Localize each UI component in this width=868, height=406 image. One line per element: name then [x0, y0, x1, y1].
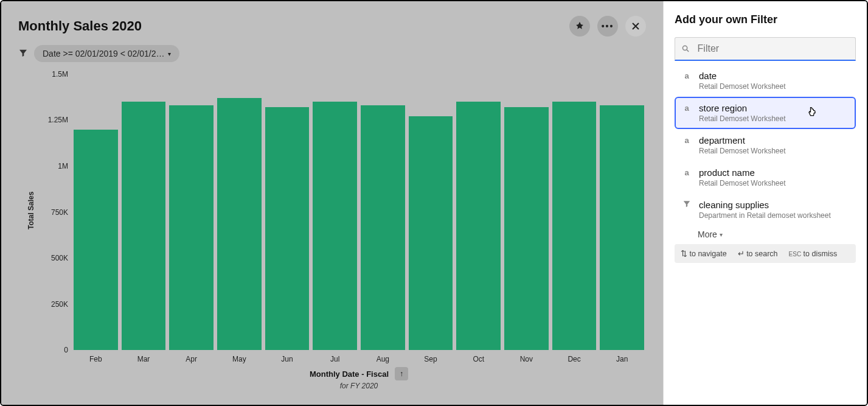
y-axis-label: Total Sales	[27, 191, 35, 229]
chevron-down-icon: ▾	[168, 51, 171, 57]
result-sub: Department in Retail demoset worksheet	[699, 211, 831, 220]
y-tick-label: 750K	[36, 208, 68, 217]
attribute-type-icon: a	[682, 135, 692, 146]
filter-result-item[interactable]: aproduct nameRetail Demoset Worksheet	[675, 161, 856, 194]
filter-search-box[interactable]	[675, 37, 856, 61]
arrows-icon: ⇅	[681, 250, 687, 258]
result-name: store region	[699, 103, 786, 113]
x-tick-label: Oct	[454, 355, 502, 363]
filter-result-item[interactable]: adepartmentRetail Demoset Worksheet	[675, 129, 856, 161]
attribute-type-icon: a	[682, 167, 692, 178]
x-tick-label: Jul	[311, 355, 359, 363]
result-sub: Retail Demoset Worksheet	[699, 147, 786, 155]
chart-bar[interactable]	[217, 98, 262, 350]
x-tick-label: Dec	[550, 355, 599, 363]
hint-dismiss: to dismiss	[804, 250, 838, 258]
close-icon	[632, 23, 639, 30]
x-tick-label: Feb	[72, 355, 120, 363]
chart-bar[interactable]	[456, 102, 501, 350]
x-axis-label: Monthly Date - Fiscal	[310, 369, 389, 379]
x-tick-label: Nov	[502, 355, 550, 363]
y-tick-label: 1.25M	[36, 116, 68, 124]
x-tick-label: Sep	[407, 355, 455, 363]
chart-bar[interactable]	[313, 102, 357, 350]
filter-icon	[18, 48, 28, 60]
y-tick-label: 0	[36, 346, 68, 354]
chart-bar[interactable]	[361, 105, 405, 350]
close-button[interactable]	[625, 16, 646, 37]
filter-result-item[interactable]: adateRetail Demoset Worksheet	[675, 65, 856, 97]
svg-line-1	[687, 50, 689, 52]
esc-key: ESC	[789, 251, 802, 257]
result-name: department	[699, 135, 786, 145]
chart-title: Monthly Sales 2020	[18, 18, 142, 34]
chart-bar[interactable]	[600, 105, 644, 350]
keyboard-hints: ⇅ to navigate ↵ to search ESC to dismiss	[675, 244, 856, 263]
chart-bar[interactable]	[504, 107, 549, 350]
active-filter-pill[interactable]: Date >= 02/01/2019 < 02/01/2… ▾	[34, 45, 179, 62]
cursor-pointer-icon	[806, 105, 818, 121]
x-tick-label: Aug	[359, 355, 407, 363]
filter-results: adateRetail Demoset Worksheetastore regi…	[675, 65, 856, 226]
x-axis-sublabel: for FY 2020	[72, 382, 646, 390]
filter-side-panel: Add your own Filter adateRetail Demoset …	[663, 1, 867, 405]
y-tick-label: 250K	[36, 300, 68, 309]
more-button[interactable]: •••	[597, 16, 618, 37]
y-tick-label: 500K	[36, 254, 68, 262]
result-sub: Retail Demoset Worksheet	[699, 114, 786, 123]
attribute-type-icon: a	[682, 103, 692, 114]
result-name: date	[699, 71, 786, 81]
sort-button[interactable]: ↑	[395, 367, 408, 380]
search-icon	[681, 44, 690, 54]
pin-button[interactable]	[569, 16, 590, 37]
result-sub: Retail Demoset Worksheet	[699, 179, 786, 187]
x-tick-label: Jun	[263, 355, 311, 363]
chevron-down-icon: ▾	[720, 231, 723, 238]
chart-bar[interactable]	[552, 102, 597, 350]
result-sub: Retail Demoset Worksheet	[699, 82, 786, 91]
side-panel-title: Add your own Filter	[675, 13, 856, 26]
filter-search-input[interactable]	[696, 43, 849, 55]
pin-icon	[575, 22, 584, 30]
attribute-type-icon: a	[682, 71, 692, 82]
y-tick-label: 1.5M	[36, 70, 68, 79]
more-results-link[interactable]: More ▾	[675, 226, 856, 239]
y-tick-label: 1M	[36, 162, 68, 170]
result-name: product name	[699, 167, 786, 178]
hint-search: to search	[746, 250, 777, 258]
x-tick-label: May	[215, 355, 263, 363]
filter-result-item[interactable]: cleaning suppliesDepartment in Retail de…	[675, 194, 856, 226]
svg-point-0	[682, 46, 687, 50]
more-icon: •••	[602, 21, 614, 31]
chart-plot: 1.5M1.25M1M750K500K250K0	[72, 74, 646, 350]
x-tick-label: Apr	[167, 355, 215, 363]
x-tick-label: Mar	[120, 355, 168, 363]
arrow-up-icon: ↑	[400, 369, 403, 378]
chart-bar[interactable]	[74, 130, 118, 350]
filter-pill-label: Date >= 02/01/2019 < 02/01/2…	[43, 49, 164, 58]
chart-area: Total Sales 1.5M1.25M1M750K500K250K0 Feb…	[29, 74, 646, 393]
x-tick-label: Jan	[598, 355, 646, 363]
hint-navigate: to navigate	[689, 250, 726, 258]
enter-icon: ↵	[738, 250, 745, 258]
chart-bar[interactable]	[265, 107, 310, 350]
main-viz-panel: Monthly Sales 2020 ••• Date >= 02/01/201…	[1, 1, 663, 405]
chart-bar[interactable]	[122, 102, 166, 350]
filter-result-item[interactable]: astore regionRetail Demoset Worksheet	[675, 97, 856, 129]
chart-bar[interactable]	[169, 105, 214, 350]
result-name: cleaning supplies	[699, 200, 831, 210]
more-label: More	[698, 229, 717, 239]
filter-icon	[682, 200, 692, 211]
chart-bar[interactable]	[409, 116, 453, 350]
